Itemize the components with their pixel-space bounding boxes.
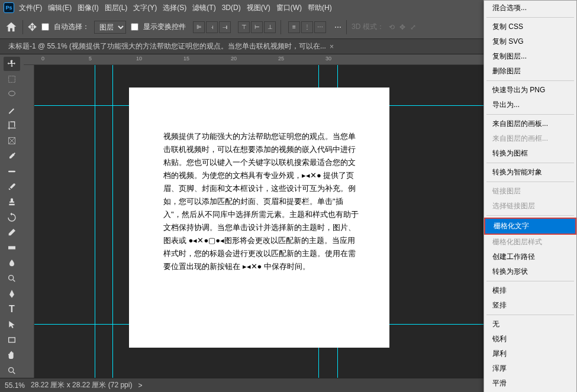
close-tab-icon[interactable]: × [330, 43, 334, 51]
eyedropper-tool[interactable] [4, 149, 20, 163]
context-menu-item[interactable]: 来自图层的画板... [484, 116, 576, 131]
zoom-level[interactable]: 55.1% [5, 381, 25, 390]
rectangle-tool[interactable] [4, 333, 20, 347]
context-menu-item[interactable]: 无 [484, 317, 576, 332]
align-right-icon[interactable]: ⫣ [219, 21, 231, 33]
history-brush-tool[interactable] [4, 210, 20, 225]
context-menu-item[interactable]: 导出为... [484, 98, 576, 112]
mode3d-orbit-icon[interactable]: ⟲ [389, 23, 395, 31]
menu-image[interactable]: 图像(I) [78, 3, 98, 13]
context-menu-item[interactable]: 混合选项... [484, 1, 576, 15]
align-left-icon[interactable]: ⊫ [193, 21, 205, 33]
menu-view[interactable]: 视图(V) [247, 3, 270, 13]
menu-3d[interactable]: 3D(D) [222, 4, 241, 12]
mode3d-dolly-icon[interactable]: ⤢ [410, 23, 416, 31]
menu-file[interactable]: 文件(F) [19, 3, 42, 13]
docinfo-arrow-icon[interactable]: > [138, 381, 142, 390]
menu-window[interactable]: 窗口(W) [276, 3, 302, 13]
svg-point-4 [9, 276, 14, 280]
wand-tool[interactable] [4, 103, 20, 117]
align-group-2: ⊤ ⊢ ⊥ [238, 21, 276, 33]
show-transform-label: 显示变换控件 [143, 22, 186, 32]
document-tab[interactable]: 未标题-1 @ 55.1% (视频提供了功能强大的方法帮助您证明您的观点。当您单… [2, 39, 340, 54]
context-menu-item[interactable]: 竖排 [484, 298, 576, 313]
home-icon[interactable] [5, 21, 18, 34]
stamp-tool[interactable] [4, 195, 20, 209]
frame-tool[interactable] [4, 134, 20, 148]
mode3d-label: 3D 模式： [352, 22, 384, 32]
context-menu-item[interactable]: 犀利 [484, 346, 576, 361]
context-menu-item[interactable]: 删除图层 [484, 64, 576, 79]
gradient-tool[interactable] [4, 241, 20, 255]
ruler-horizontal[interactable]: 0 5 10 15 20 25 30 [24, 54, 484, 65]
type-tool[interactable]: T [4, 302, 20, 316]
align-hcenter-icon[interactable]: ⫞ [206, 21, 218, 33]
app-logo: Ps [4, 2, 14, 13]
menu-help[interactable]: 帮助(H) [308, 3, 332, 13]
distrib-3-icon[interactable]: ⋯ [314, 21, 326, 33]
menu-select[interactable]: 选择(S) [163, 3, 186, 13]
menu-filter[interactable]: 滤镜(T) [192, 3, 215, 13]
svg-rect-5 [9, 338, 15, 342]
svg-rect-2 [8, 170, 15, 172]
healing-tool[interactable] [4, 164, 20, 179]
ruler-vertical[interactable] [24, 65, 34, 378]
doc-info[interactable]: 28.22 厘米 x 28.22 厘米 (72 ppi) [31, 380, 132, 390]
context-menu-item[interactable]: 平滑 [484, 376, 576, 391]
marquee-tool[interactable] [4, 72, 20, 86]
align-bottom-icon[interactable]: ⊥ [264, 21, 276, 33]
svg-point-6 [9, 368, 14, 372]
zoom-tool[interactable] [4, 364, 20, 378]
distrib-1-icon[interactable]: ≡ [288, 21, 300, 33]
autoselect-label: 自动选择： [54, 22, 89, 32]
mode3d-pan-icon[interactable]: ✥ [399, 23, 405, 31]
autoselect-checkbox[interactable] [41, 23, 49, 31]
canvas-text: 视频提供了功能强大的方法帮助您证明您的观点。当您单击联机视频时，可以在想要添加的… [163, 130, 360, 273]
move-tool-icon[interactable]: ✥ [28, 21, 37, 34]
context-menu-item[interactable]: 快速导出为 PNG [484, 83, 576, 98]
canvas[interactable]: 视频提供了功能强大的方法帮助您证明您的观点。当您单击联机视频时，可以在想要添加的… [129, 88, 389, 348]
context-menu-item[interactable]: 创建工作路径 [484, 250, 576, 264]
move-tool[interactable] [4, 57, 20, 71]
distribute-group: ≡ ⋮ ⋯ [288, 21, 326, 33]
context-menu-item[interactable]: 复制图层... [484, 49, 576, 64]
align-vcenter-icon[interactable]: ⊢ [251, 21, 263, 33]
layer-context-menu: 混合选项...复制 CSS复制 SVG复制图层...删除图层快速导出为 PNG导… [483, 0, 577, 392]
context-menu-item[interactable]: 转换为形状 [484, 264, 576, 279]
context-menu-item[interactable]: 栅格化文字 [484, 218, 576, 235]
brush-tool[interactable] [4, 180, 20, 194]
crop-tool[interactable] [4, 118, 20, 132]
context-menu-item[interactable]: 转换为智能对象 [484, 165, 576, 180]
canvas-wrap: 视频提供了功能强大的方法帮助您证明您的观点。当您单击联机视频时，可以在想要添加的… [34, 65, 484, 378]
guide-vertical[interactable] [95, 65, 95, 378]
menu-edit[interactable]: 编辑(E) [48, 3, 72, 13]
context-menu-item[interactable]: 复制 CSS [484, 20, 576, 34]
document-tab-title: 未标题-1 @ 55.1% (视频提供了功能强大的方法帮助您证明您的观点。当您单… [8, 41, 326, 51]
context-menu-item: 链接图层 [484, 184, 576, 199]
toolbar: T [0, 54, 24, 378]
svg-rect-0 [9, 76, 15, 83]
distrib-2-icon[interactable]: ⋮ [301, 21, 313, 33]
svg-rect-3 [8, 247, 15, 250]
path-select-tool[interactable] [4, 318, 20, 332]
context-menu-item: 来自图层的画框... [484, 131, 576, 146]
context-menu-item[interactable]: 横排 [484, 283, 576, 298]
context-menu-item[interactable]: 锐利 [484, 332, 576, 346]
context-menu-item[interactable]: 转换为图框 [484, 146, 576, 161]
hand-tool[interactable] [4, 348, 20, 362]
lasso-tool[interactable] [4, 88, 20, 102]
guide-vertical[interactable] [112, 65, 113, 378]
show-transform-checkbox[interactable] [131, 23, 138, 31]
context-menu-item[interactable]: 浑厚 [484, 361, 576, 376]
autoselect-dropdown[interactable]: 图层 [94, 21, 126, 34]
pen-tool[interactable] [4, 287, 20, 301]
eraser-tool[interactable] [4, 225, 20, 239]
blur-tool[interactable] [4, 256, 20, 270]
align-top-icon[interactable]: ⊤ [238, 21, 250, 33]
menu-layer[interactable]: 图层(L) [105, 3, 128, 13]
context-menu-item[interactable]: 复制 SVG [484, 34, 576, 49]
menu-type[interactable]: 文字(Y) [133, 3, 157, 13]
align-group-1: ⊫ ⫞ ⫣ [193, 21, 231, 33]
context-menu-item: 栅格化图层样式 [484, 235, 576, 250]
dodge-tool[interactable] [4, 271, 20, 286]
